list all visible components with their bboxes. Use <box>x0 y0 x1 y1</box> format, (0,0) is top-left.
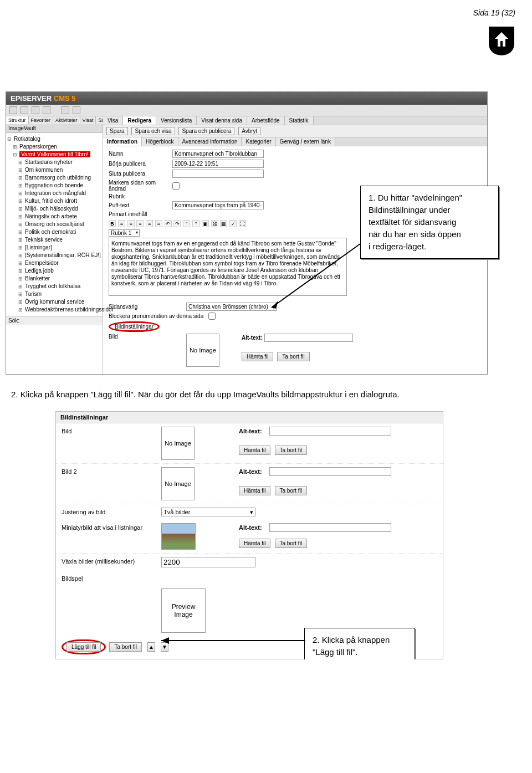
side-tab-aktiviteter[interactable]: Aktiviteter <box>53 116 80 124</box>
undo-icon[interactable]: ↶ <box>165 220 172 227</box>
tabort-fil-button[interactable]: Ta bort fil <box>277 352 310 361</box>
hamta-fil-button[interactable]: Hämta fil <box>242 352 273 361</box>
tabort-fil-button[interactable]: Ta bort fil <box>275 486 308 495</box>
blockera-label: Blockera prenumeration av denna sida <box>109 313 208 319</box>
check-icon[interactable]: ✓ <box>229 220 237 227</box>
expand-icon[interactable]: ⛶ <box>239 220 246 227</box>
redo-icon[interactable]: ↷ <box>173 220 181 227</box>
tab-statistik[interactable]: Statistik <box>285 116 314 125</box>
align-icon[interactable]: ≡ <box>136 220 144 227</box>
tree-node[interactable]: Om kommunen <box>18 166 101 174</box>
tab-visat-denna[interactable]: Visat denna sida <box>197 116 247 125</box>
tree-node[interactable]: Papperskorgen <box>13 143 101 151</box>
toolbar-icon[interactable] <box>43 106 50 114</box>
alt-input[interactable] <box>264 334 353 342</box>
tree-node[interactable]: Varmt Välkommen till Tibro! <box>13 151 101 158</box>
rubrik-label: Rubrik <box>109 193 172 199</box>
toolbar-icon[interactable] <box>21 106 28 114</box>
tree-node[interactable]: Politik och demokrati <box>18 228 101 236</box>
tree-node[interactable]: Blanketter <box>18 275 101 283</box>
up-button[interactable]: ▲ <box>147 642 155 652</box>
toolbar-icon[interactable] <box>73 106 80 114</box>
heading-select[interactable]: Rubrik 1 <box>109 229 140 237</box>
lagg-till-fil-button[interactable]: Lägg till fil <box>66 642 101 652</box>
hamta-fil-button[interactable]: Hämta fil <box>239 486 270 495</box>
search-label: Sök: <box>6 316 103 325</box>
save-publish-button[interactable]: Spara och publicera <box>178 127 234 135</box>
alt-input[interactable] <box>269 467 391 476</box>
tree-node[interactable]: Omsorg och socialtjänst <box>18 221 101 228</box>
logo <box>0 20 532 69</box>
tree-node[interactable]: Näringsliv och arbete <box>18 213 101 221</box>
puff-input[interactable] <box>172 201 264 209</box>
tab-redigera[interactable]: Redigera <box>123 116 156 125</box>
cms-top-toolbar <box>6 105 487 116</box>
callout-arrow-icon <box>156 632 311 649</box>
side-tab-favoriter[interactable]: Favoriter <box>29 116 54 124</box>
imagevault-bar[interactable]: ImageVault <box>6 124 103 133</box>
align-icon[interactable]: ≡ <box>155 220 162 227</box>
tab-visa[interactable]: Visa <box>103 116 123 125</box>
tab-versionslista[interactable]: Versionslista <box>156 116 197 125</box>
side-tab-visat[interactable]: Visat <box>80 116 96 124</box>
quote-icon[interactable]: " <box>183 220 190 227</box>
save-show-button[interactable]: Spara och visa <box>131 127 175 135</box>
blockera-checkbox[interactable] <box>208 313 216 320</box>
tabort-fil-button[interactable]: Ta bort fil <box>109 642 142 652</box>
tab-arbetsflode[interactable]: Arbetsflöde <box>247 116 285 125</box>
tree-node[interactable]: Lediga jobb <box>18 267 101 275</box>
tree-node[interactable]: Teknisk service <box>18 236 101 244</box>
markera-checkbox[interactable] <box>172 182 180 190</box>
namn-input[interactable] <box>172 150 264 158</box>
lagg-till-fil-circled: Lägg till fil <box>62 639 106 654</box>
tabort-fil-button[interactable]: Ta bort fil <box>275 446 308 455</box>
tree-node[interactable]: Webbredaktörernas utbildningssidor <box>18 306 101 314</box>
bildinstallningar-panel: Bildinställningar Bild No Image Alt-text… <box>55 411 443 659</box>
link-icon[interactable]: ⛓ <box>211 220 218 227</box>
tree-node[interactable]: Miljö- och hälsoskydd <box>18 205 101 213</box>
tree-node[interactable]: [Systeminställningar, RÖR EJ!] <box>18 252 101 259</box>
bold-icon[interactable]: B <box>109 220 116 227</box>
toolbar-icon[interactable] <box>32 106 39 114</box>
episerver-screenshot-1: EPiSERVER CMS 5 Struktur Favoriter Aktiv… <box>6 91 488 375</box>
tab-hogerblock[interactable]: Högerblock <box>142 137 178 146</box>
tabort-fil-button[interactable]: Ta bort fil <box>275 539 308 548</box>
tree-node[interactable]: Rotkatalog <box>7 135 101 143</box>
list-icon[interactable]: ≡ <box>118 220 125 227</box>
alt-input[interactable] <box>269 523 391 532</box>
quote-icon[interactable]: " <box>192 220 200 227</box>
side-tab-struktur[interactable]: Struktur <box>6 116 29 124</box>
list-icon[interactable]: ≡ <box>127 220 135 227</box>
tab-information[interactable]: Information <box>103 137 142 146</box>
tree-node[interactable]: Startsidans nyheter <box>18 158 101 166</box>
tree-node[interactable]: Integration och mångfald <box>18 190 101 197</box>
tree-node[interactable]: Kultur, fritid och idrott <box>18 197 101 205</box>
tab-avancerad[interactable]: Avancerad information <box>178 137 242 146</box>
vaxla-input[interactable] <box>161 557 255 567</box>
save-button[interactable]: Spara <box>106 127 128 135</box>
cancel-button[interactable]: Avbryt <box>238 127 260 135</box>
tree-node[interactable]: Barnomsorg och utbildning <box>18 174 101 182</box>
tab-kategorier[interactable]: Kategorier <box>242 137 275 146</box>
tree-node[interactable]: Övrig kommunal service <box>18 298 101 306</box>
tree-node[interactable]: [Listningar] <box>18 244 101 252</box>
bildspel-label: Bildspel <box>62 574 161 582</box>
sidansvarig-select[interactable]: Christina von Brömssen (chrbro)▾ <box>186 303 277 311</box>
hamta-fil-button[interactable]: Hämta fil <box>239 446 270 455</box>
align-icon[interactable]: ≡ <box>146 220 153 227</box>
borja-input[interactable] <box>172 160 264 168</box>
tree-node[interactable]: Byggnation och boende <box>18 182 101 190</box>
hamta-fil-button[interactable]: Hämta fil <box>239 539 270 548</box>
table-icon[interactable]: ▦ <box>220 220 227 227</box>
tree-node[interactable]: Exempelsidor <box>18 259 101 267</box>
toolbar-icon[interactable] <box>62 106 69 114</box>
justering-select[interactable]: Två bilder <box>161 508 255 516</box>
image-icon[interactable]: ▣ <box>202 220 209 227</box>
tree-node[interactable]: Turism <box>18 290 101 298</box>
toolbar-icon[interactable] <box>9 106 17 114</box>
alt-input[interactable] <box>269 427 391 436</box>
tree-node[interactable]: Trygghet och folkhälsa <box>18 283 101 290</box>
markera-label: Markera sidan som ändrad <box>109 180 172 192</box>
sluta-input[interactable] <box>172 170 264 178</box>
tab-genvag[interactable]: Genväg / extern länk <box>276 137 335 146</box>
